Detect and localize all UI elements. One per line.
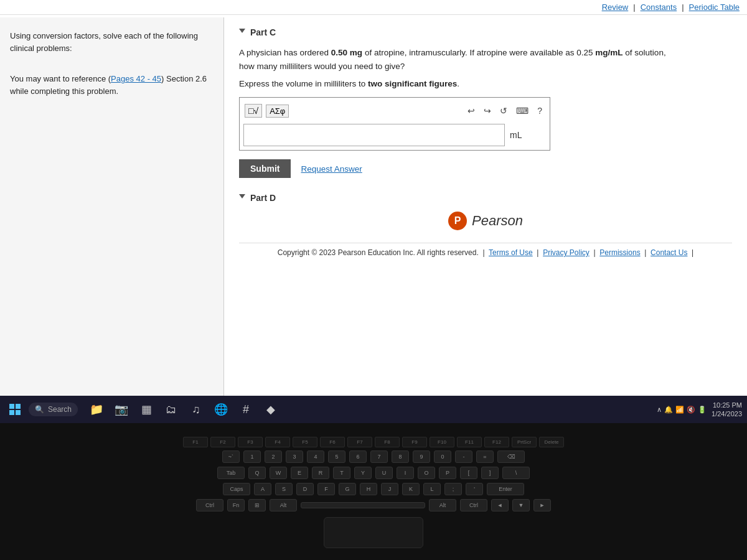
key-6[interactable]: 6: [349, 450, 367, 463]
fn-key[interactable]: Fn: [227, 499, 245, 511]
hashtag-icon[interactable]: #: [236, 399, 256, 419]
privacy-link[interactable]: Privacy Policy: [543, 248, 590, 257]
alt-right-key[interactable]: Alt: [429, 499, 456, 511]
answer-input[interactable]: [243, 124, 505, 146]
f4-key[interactable]: F4: [265, 437, 290, 447]
taskbar-search[interactable]: 🔍 Search: [29, 403, 78, 416]
t-key[interactable]: T: [333, 467, 350, 479]
diamond-icon[interactable]: ◆: [261, 399, 281, 419]
win-key[interactable]: ⊞: [248, 499, 266, 511]
bracket-right-key[interactable]: ]: [481, 467, 499, 479]
help-button[interactable]: ?: [535, 105, 545, 117]
j-key[interactable]: J: [381, 483, 398, 495]
part-c-collapse-icon[interactable]: [239, 29, 245, 36]
part-d-collapse-icon[interactable]: [239, 194, 245, 202]
contact-link[interactable]: Contact Us: [651, 248, 687, 257]
q-key[interactable]: Q: [248, 467, 266, 479]
i-key[interactable]: I: [397, 467, 414, 479]
undo-button[interactable]: ↩: [465, 105, 477, 117]
f12-key[interactable]: F12: [484, 437, 509, 447]
chevron-icon[interactable]: ∧: [657, 406, 662, 414]
key-minus[interactable]: -: [455, 450, 472, 463]
grid-icon[interactable]: ▦: [136, 399, 156, 419]
periodic-table-link[interactable]: Periodic Table: [689, 2, 740, 12]
touchpad[interactable]: [324, 517, 423, 548]
backspace-key[interactable]: ⌫: [497, 450, 525, 463]
y-key[interactable]: Y: [354, 467, 372, 479]
f1-key[interactable]: F1: [183, 437, 208, 447]
folder-icon[interactable]: 🗂: [161, 399, 181, 419]
quote-key[interactable]: ': [466, 483, 483, 495]
space-key[interactable]: [301, 502, 425, 508]
f5-key[interactable]: F5: [293, 437, 317, 447]
r-key[interactable]: R: [312, 467, 329, 479]
ctrl-left-key[interactable]: Ctrl: [196, 499, 223, 511]
refresh-button[interactable]: ↺: [497, 105, 510, 117]
l-key[interactable]: L: [423, 483, 441, 495]
enter-key[interactable]: Enter: [487, 483, 524, 495]
g-key[interactable]: G: [339, 483, 356, 495]
keyboard-button[interactable]: ⌨: [514, 105, 531, 117]
constants-link[interactable]: Constants: [641, 2, 677, 12]
request-answer-link[interactable]: Request Answer: [301, 164, 362, 174]
permissions-link[interactable]: Permissions: [599, 248, 640, 257]
f11-key[interactable]: F11: [457, 437, 482, 447]
w-key[interactable]: W: [270, 467, 287, 479]
p-key[interactable]: P: [439, 467, 456, 479]
key-equals[interactable]: =: [476, 450, 494, 463]
key-7[interactable]: 7: [370, 450, 388, 463]
key-9[interactable]: 9: [413, 450, 430, 463]
wifi-icon[interactable]: 📶: [675, 406, 684, 414]
arrow-left-key[interactable]: ◄: [491, 499, 509, 511]
ctrl-right-key[interactable]: Ctrl: [460, 499, 487, 511]
e-key[interactable]: E: [291, 467, 308, 479]
redo-button[interactable]: ↪: [481, 105, 494, 117]
review-link[interactable]: Review: [602, 2, 629, 12]
alt-left-key[interactable]: Alt: [270, 499, 297, 511]
f3-key[interactable]: F3: [238, 437, 263, 447]
time-display[interactable]: 10:25 PM 1/24/2023: [712, 401, 742, 419]
submit-button[interactable]: Submit: [239, 159, 291, 178]
key-2[interactable]: 2: [265, 450, 282, 463]
tab-key[interactable]: Tab: [217, 467, 245, 479]
key-3[interactable]: 3: [286, 450, 303, 463]
backtick-key[interactable]: ~`: [222, 450, 240, 463]
reference-link[interactable]: Pages 42 - 45: [111, 74, 161, 83]
u-key[interactable]: U: [375, 467, 393, 479]
sqrt-button[interactable]: □√: [245, 104, 262, 118]
key-1[interactable]: 1: [243, 450, 261, 463]
backslash-key[interactable]: \: [502, 467, 530, 479]
caps-key[interactable]: Caps: [223, 483, 250, 495]
key-5[interactable]: 5: [328, 450, 345, 463]
key-4[interactable]: 4: [307, 450, 324, 463]
f2-key[interactable]: F2: [210, 437, 235, 447]
volume-mute-icon[interactable]: 🔇: [687, 406, 695, 414]
battery-icon[interactable]: 🔋: [698, 406, 707, 414]
music-icon[interactable]: ♫: [186, 399, 206, 419]
f9-key[interactable]: F9: [402, 437, 427, 447]
f8-key[interactable]: F8: [375, 437, 400, 447]
f7-key[interactable]: F7: [347, 437, 372, 447]
d-key[interactable]: D: [296, 483, 314, 495]
h-key[interactable]: H: [360, 483, 377, 495]
terms-link[interactable]: Terms of Use: [489, 248, 533, 257]
arrow-down-key[interactable]: ▼: [512, 499, 530, 511]
camera-icon[interactable]: 📷: [111, 399, 131, 419]
o-key[interactable]: O: [418, 467, 435, 479]
key-8[interactable]: 8: [392, 450, 409, 463]
browser-icon[interactable]: 🌐: [211, 399, 231, 419]
bracket-left-key[interactable]: [: [460, 467, 477, 479]
arrow-right-key[interactable]: ►: [533, 499, 551, 511]
semicolon-key[interactable]: ;: [444, 483, 462, 495]
f10-key[interactable]: F10: [430, 437, 454, 447]
f6-key[interactable]: F6: [320, 437, 345, 447]
delete-key[interactable]: Delete: [539, 437, 564, 447]
sigma-button[interactable]: ΑΣφ: [266, 105, 289, 118]
file-explorer-icon[interactable]: 📁: [87, 399, 106, 419]
f-key[interactable]: F: [317, 483, 335, 495]
alert-icon[interactable]: 🔔: [664, 406, 673, 414]
start-button[interactable]: [5, 399, 25, 419]
prtscr-key[interactable]: PrtScr: [512, 437, 537, 447]
a-key[interactable]: A: [254, 483, 271, 495]
k-key[interactable]: K: [402, 483, 420, 495]
